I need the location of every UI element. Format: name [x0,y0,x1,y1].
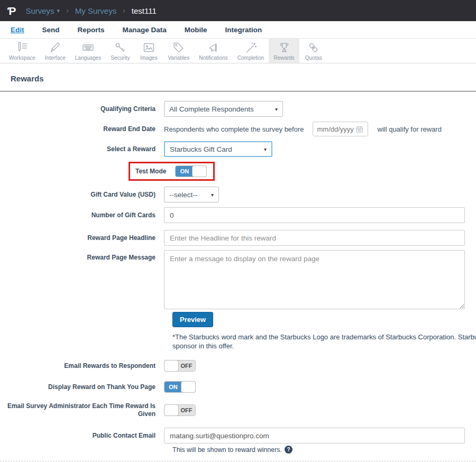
toggle-knob[interactable] [164,404,179,416]
gift-card-value-row: Gift Card Value (USD) --select-- ▾ [0,187,476,202]
reward-page-headline-label: Reward Page Headline [0,234,164,242]
email-rewards-label: Email Rewards to Respondent [0,362,164,370]
qualifying-criteria-select[interactable]: All Complete Respondents ▾ [164,101,283,117]
chevron-down-icon[interactable]: ▾ [57,7,60,14]
rewards-form: Qualifying Criteria All Complete Respond… [0,91,476,462]
toggle-knob[interactable] [192,165,207,177]
test-mode-highlight-box: Test Mode ON [129,162,215,181]
test-mode-row: Test Mode ON [0,162,476,181]
toggle-knob[interactable] [181,381,196,393]
toolbar-item-interface[interactable]: Interface [40,39,70,63]
reward-end-date-row: Reward End Date Respondents who complete… [0,122,476,136]
toolbar-item-label: Variables [168,55,189,61]
number-of-gift-cards-row: Number of Gift Cards [0,207,476,223]
public-contact-email-label: Public Contact Email [0,432,164,440]
toggle-state-label: ON [164,382,182,392]
top-header-bar: Ƥ Surveys ▾ › My Surveys › test111 [0,0,476,21]
reward-end-date-text-before: Respondents who complete the survey befo… [164,125,304,133]
test-mode-label: Test Mode [135,168,166,175]
toggle-state-label: ON [176,166,193,177]
tab-integration[interactable]: Integration [225,26,262,34]
number-of-gift-cards-input[interactable] [164,207,465,223]
test-mode-toggle[interactable]: ON [175,165,207,177]
toolbar-item-rewards[interactable]: Rewards [269,39,299,63]
toolbar-item-images[interactable]: Images [134,39,163,63]
reward-page-headline-input[interactable] [164,230,465,246]
reward-page-message-row: Reward Page Message [0,250,476,309]
display-reward-label: Display Reward on Thank You Page [0,383,164,391]
tab-edit[interactable]: Edit [11,26,24,34]
toolbar-item-security[interactable]: Security [106,39,134,63]
security-icon [114,41,127,54]
reward-end-date-text-after: will qualify for reward [378,125,442,133]
toolbar-item-quotas[interactable]: Quotas [299,39,328,63]
interface-icon [49,41,62,54]
breadcrumb-separator: › [66,6,69,15]
toolbar-item-label: Images [140,55,158,61]
select-reward-select[interactable]: Starbucks Gift Card ▾ [164,141,272,157]
toolbar-item-notifications[interactable]: Notifications [194,39,232,63]
toolbar-item-label: Workspace [9,55,35,61]
preview-button[interactable]: Preview [172,312,213,327]
rewards-icon [278,41,291,54]
toolbar-item-label: Languages [75,55,102,61]
toggle-state-label: OFF [178,361,195,371]
breadcrumb-my-surveys[interactable]: My Surveys [75,6,116,15]
toolbar-item-label: Completion [237,55,264,61]
display-reward-toggle[interactable]: ON [164,381,196,393]
toolbar-item-label: Notifications [199,55,227,61]
qualifying-criteria-value: All Complete Respondents [169,105,254,113]
email-admin-label: Email Survey Administrator Each Time Rew… [0,402,164,418]
tab-mobile[interactable]: Mobile [185,26,207,34]
starbucks-disclaimer: *The Starbucks word mark and the Starbuc… [172,332,476,350]
languages-icon [81,41,95,54]
toolbar-item-label: Security [111,55,130,61]
select-caret-icon: ▾ [275,106,278,112]
select-reward-label: Select a Reward [0,145,164,153]
toolbar-item-variables[interactable]: Variables [163,39,194,63]
variables-icon [172,41,185,54]
reward-end-date-input[interactable] [317,125,355,133]
tab-manage-data[interactable]: Manage Data [123,26,167,34]
public-contact-email-input[interactable] [164,428,465,443]
select-caret-icon: ▾ [264,146,267,152]
email-admin-toggle[interactable]: OFF [164,404,196,416]
toolbar-item-languages[interactable]: Languages [70,39,106,63]
qualifying-criteria-label: Qualifying Criteria [0,105,164,113]
help-icon[interactable]: ? [285,446,292,454]
email-rewards-row: Email Rewards to Respondent OFF [0,360,476,372]
public-contact-email-row: Public Contact Email [0,428,476,443]
save-section-divider [0,461,476,461]
gift-card-value-select[interactable]: --select-- ▾ [164,187,219,202]
completion-icon [244,41,258,54]
tab-send[interactable]: Send [42,26,60,34]
display-reward-row: Display Reward on Thank You Page ON [0,381,476,393]
toolbar-item-label: Quotas [305,55,322,61]
email-admin-row: Email Survey Administrator Each Time Rew… [0,402,476,418]
reward-page-message-label: Reward Page Message [0,250,164,262]
select-reward-value: Starbucks Gift Card [170,145,232,153]
breadcrumb-survey-name: test111 [132,6,157,15]
public-email-helper-row: This will be shown to reward winners. ? [172,446,476,454]
reward-page-message-textarea[interactable] [164,250,465,309]
breadcrumb-surveys[interactable]: Surveys [25,6,54,15]
email-rewards-toggle[interactable]: OFF [164,360,196,372]
page-title: Rewards [0,63,476,91]
calendar-icon[interactable] [355,125,363,133]
public-email-helper-text: This will be shown to reward winners. [172,446,282,454]
select-reward-row: Select a Reward Starbucks Gift Card ▾ [0,141,476,157]
reward-page-headline-row: Reward Page Headline [0,230,476,246]
qualifying-criteria-row: Qualifying Criteria All Complete Respond… [0,101,476,117]
workspace-icon [15,41,29,54]
tab-reports[interactable]: Reports [78,26,105,34]
preview-row: Preview [172,312,476,327]
toggle-state-label: OFF [178,405,195,415]
toggle-knob[interactable] [164,360,179,372]
gift-card-value-label: Gift Card Value (USD) [0,191,164,199]
questionpro-logo-icon[interactable]: Ƥ [7,5,16,16]
toolbar-item-completion[interactable]: Completion [233,39,269,63]
reward-end-date-label: Reward End Date [0,125,164,133]
toolbar-item-workspace[interactable]: Workspace [4,39,40,63]
notifications-icon [207,41,220,54]
select-caret-icon: ▾ [211,192,214,198]
